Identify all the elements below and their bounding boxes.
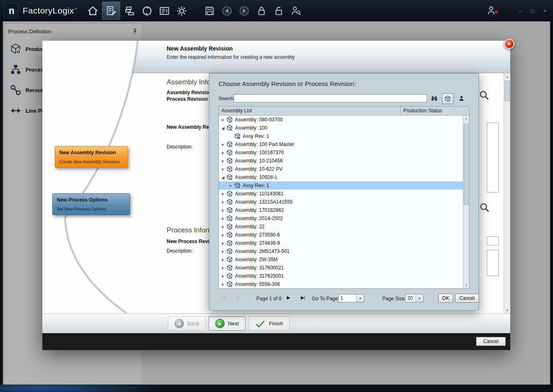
unlock-icon[interactable]: [271, 2, 286, 19]
tree-row[interactable]: ▶ Assembly: 170162662: [219, 206, 463, 214]
tree-row[interactable]: ▶ Assy Rev: 1: [219, 181, 463, 190]
tree-row[interactable]: ▶ Assembly: 110143061: [219, 190, 463, 198]
tree-row[interactable]: ▶ Assembly: 10-622 PV: [219, 165, 463, 173]
chevron-down-icon[interactable]: ▼: [356, 295, 364, 302]
scroll-thumb[interactable]: [464, 124, 469, 205]
tree-row[interactable]: ▶ Assembly: 22: [219, 223, 463, 231]
finish-button[interactable]: Finish: [249, 316, 290, 331]
column-header-production-status[interactable]: Production Status: [401, 107, 469, 115]
column-header-assembly-list[interactable]: Assembly List: [219, 107, 401, 115]
lock-icon[interactable]: [253, 2, 269, 19]
expander-icon[interactable]: ▶: [221, 209, 225, 212]
expander-icon[interactable]: ▶: [221, 225, 225, 229]
pager-first-icon[interactable]: |◀: [221, 295, 225, 300]
pager-prev-icon[interactable]: ◀: [235, 295, 238, 300]
back-icon[interactable]: [219, 2, 235, 19]
expander-icon[interactable]: ▶: [221, 258, 225, 262]
assembly-search-button[interactable]: [479, 90, 490, 102]
scroll-down-icon[interactable]: ▼: [463, 283, 469, 288]
scroll-thumb[interactable]: [504, 81, 510, 101]
assembly-icon: [226, 281, 233, 288]
expander-icon[interactable]: ▶: [221, 167, 225, 171]
scroll-up-icon[interactable]: ▲: [504, 73, 510, 80]
process-search-button[interactable]: [479, 202, 490, 215]
pin-icon[interactable]: [132, 28, 138, 35]
tree-row[interactable]: Assy Rev: 1: [219, 132, 463, 140]
production-icon[interactable]: [122, 2, 137, 19]
maximize-button[interactable]: □: [531, 8, 534, 14]
tree-row[interactable]: ▶ Assembly: 2014-2502: [219, 214, 463, 223]
expander-icon[interactable]: ▶: [221, 159, 225, 163]
tree-row[interactable]: ▶ Assembly: 273590-6: [219, 231, 463, 239]
process-definition-icon[interactable]: [102, 2, 120, 20]
expander-icon[interactable]: ◢: [221, 175, 225, 179]
assembly-revision-field[interactable]: [487, 123, 499, 193]
expander-icon[interactable]: ▶: [221, 217, 225, 220]
expander-icon[interactable]: ▶: [228, 184, 233, 188]
step-new-process-options[interactable]: New Process Options Set New Process Opti…: [52, 193, 130, 215]
ok-button[interactable]: OK: [438, 294, 453, 303]
page-size-combo[interactable]: 20 ▼: [405, 294, 423, 302]
dialog-cancel-button[interactable]: Cancel: [476, 337, 506, 346]
search-input[interactable]: [234, 94, 427, 102]
expander-icon[interactable]: ▶: [221, 192, 225, 196]
tree-row[interactable]: ▶ Assembly: 317600021: [219, 264, 463, 272]
dialog-scrollbar[interactable]: ▲ ▼: [504, 73, 510, 313]
assembly-icon: [226, 158, 233, 164]
tree-row[interactable]: ▶ Assembly: 274839-9: [219, 239, 463, 247]
window-close-button[interactable]: ×: [543, 8, 546, 14]
expander-icon[interactable]: ▶: [221, 118, 225, 122]
tree-row[interactable]: ▶ Assembly: 317625001: [219, 272, 463, 280]
tree-row[interactable]: ▶ Assembly: 10-210456: [219, 157, 463, 165]
back-button[interactable]: ◀ Back: [168, 316, 206, 331]
expander-icon[interactable]: ▶: [221, 283, 225, 286]
process-revision-field[interactable]: [487, 237, 499, 246]
status-bar: [0, 385, 553, 392]
tree-row[interactable]: ▶ Assembly: 13215A141555: [219, 198, 463, 206]
pager-last-icon[interactable]: ▶|: [301, 295, 304, 300]
person-filter-icon[interactable]: [456, 94, 466, 103]
assembly-revision-label: Assembly Revision: [167, 90, 212, 95]
tree-row[interactable]: ▶ Assembly: 2W-35M: [219, 255, 463, 264]
step-new-assembly-revision[interactable]: New Assembly Revision Create New Assembl…: [55, 146, 128, 168]
tree-row[interactable]: ▶ Assembly: 100167370: [219, 148, 463, 157]
expander-icon[interactable]: ◢: [221, 126, 225, 130]
expander-icon[interactable]: ▶: [221, 151, 225, 155]
scroll-down-icon[interactable]: ▼: [504, 307, 510, 313]
grid-scrollbar[interactable]: ▲ ▼: [463, 116, 469, 288]
expander-icon[interactable]: ▶: [221, 200, 225, 204]
tree-row[interactable]: ▶ Assembly: 100 Part Master: [219, 140, 463, 148]
home-icon[interactable]: [85, 2, 100, 19]
documents-icon[interactable]: [156, 2, 172, 19]
tree-row[interactable]: ▶ Assembly: 080-03700: [219, 116, 463, 124]
forward-icon[interactable]: [236, 2, 252, 19]
assembly-icon: [226, 174, 233, 181]
scroll-up-icon[interactable]: ▲: [463, 116, 469, 121]
next-button[interactable]: ▶ Next: [209, 316, 246, 331]
tree-row[interactable]: ◢ Assembly: 10928-1: [219, 173, 463, 181]
tree-row[interactable]: ◢ Assembly: 100: [219, 124, 463, 132]
expander-icon[interactable]: ▶: [221, 266, 225, 270]
navigation-icon[interactable]: [139, 2, 155, 19]
tree-row[interactable]: ▶ Assembly: 5558-306: [219, 280, 463, 288]
user-search-icon[interactable]: [288, 2, 304, 19]
goto-page-combo[interactable]: 1 ▼: [338, 294, 364, 302]
expander-icon[interactable]: ▶: [221, 233, 225, 237]
tree-row[interactable]: ▶ Assembly: 2M51473-501: [219, 247, 463, 255]
expander-icon[interactable]: ▶: [221, 274, 225, 278]
dialog-title: New Assembly Revision: [167, 45, 233, 52]
settings-icon[interactable]: [174, 2, 189, 19]
binoculars-icon[interactable]: [429, 94, 439, 103]
expander-icon[interactable]: ▶: [221, 143, 225, 146]
assembly-filter-icon[interactable]: [442, 93, 453, 104]
dialog-close-button[interactable]: ×: [504, 39, 514, 49]
expander-icon[interactable]: ▶: [221, 250, 225, 253]
user-logout-icon[interactable]: [486, 5, 499, 16]
save-icon[interactable]: [202, 2, 217, 19]
chevron-down-icon[interactable]: ▼: [416, 295, 423, 302]
expander-icon[interactable]: ▶: [221, 241, 225, 245]
pager-next-icon[interactable]: ▶: [287, 295, 290, 300]
process-description-field[interactable]: [487, 250, 499, 276]
chooser-cancel-button[interactable]: Cancel: [455, 294, 479, 303]
minimize-button[interactable]: –: [519, 8, 522, 14]
